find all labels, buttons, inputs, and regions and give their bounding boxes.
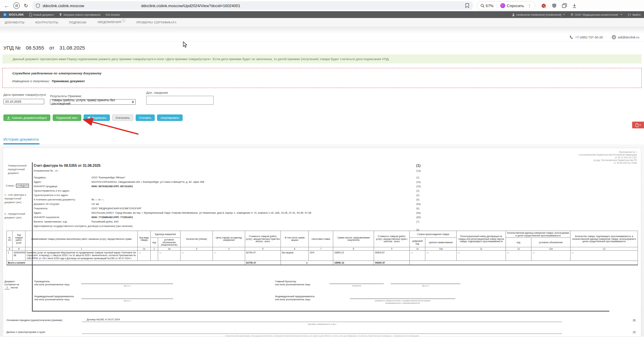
invoice-row-consignee: Грузополучатель и его адрес:(4) — [34, 193, 638, 197]
doclink-logo[interactable]: D DOCLINK — [3, 13, 24, 17]
email-icon: @ — [612, 35, 616, 39]
edi-doclink-link[interactable]: EDI.Doclink — [105, 13, 120, 16]
status-line: Статус: СЧФДОП — [6, 184, 29, 187]
invoice-row-shipment-doc: Документ об отгрузке:тот же(5а) — [34, 202, 638, 206]
contact-row: +7 (495) 737-30-20 @ edi@doclink.ru — [0, 33, 644, 42]
url-full: ddoclink.cislink.moscow/Upd2024/View?doc… — [32, 4, 349, 8]
menu-item-certificate-check[interactable]: ПРОВЕРКА СЕРТИФИКАТА — [136, 21, 176, 24]
signature-sheet-button[interactable]: Подписной лист — [53, 114, 81, 121]
line-number: (1) — [416, 163, 421, 168]
table-letters-row: АБ 11а 22а 34 56 78 910 10а11 1212а 13 — [7, 247, 638, 250]
signature-line — [391, 284, 460, 284]
tab-document-history[interactable]: История документа — [3, 137, 39, 144]
totals-label: Всего к оплате — [7, 261, 245, 265]
annul-button[interactable]: Аннулировать — [157, 114, 183, 121]
invoice-row-buyer-inn: ИНН/КПП покупателя:ИНН: 7729880483 КПП: … — [34, 215, 638, 219]
accountant-label: Главный бухгалтерили иное уполномоченное… — [275, 280, 328, 286]
transfer-basis-caption: (договор; доверенность и др.) — [82, 323, 562, 325]
signature-line — [81, 299, 173, 299]
main-menu: ДОКУМЕНТЫ КОНТРАГЕНТЫ ПОДПИСКИ УВЕДОМЛЕН… — [0, 18, 644, 27]
doc-type-label: УПД № — [3, 45, 21, 51]
invoice-row-consignor: Грузоотправитель и его адрес:(3) — [34, 189, 638, 193]
extra-info-group: Доп. сведения — [146, 91, 214, 106]
tabs-extension-icon[interactable] — [562, 3, 567, 8]
support-phone: +7 (495) 737-30-20 — [570, 35, 603, 39]
crypto-seal-extension-icon[interactable] — [541, 3, 547, 8]
doc-date: 31.08.2025 — [60, 45, 85, 51]
line-number: [8] — [633, 319, 635, 321]
acceptance-result-select[interactable]: Товары (работы, услуги, права) приняты б… — [50, 99, 136, 105]
brand-name: DOCLINK — [9, 13, 24, 16]
entrepreneur-label-right: Индивидуальный предпринимательили иное у… — [275, 295, 329, 301]
signature-line — [350, 299, 455, 299]
menu-item-subscriptions[interactable]: ПОДПИСКИ — [69, 21, 86, 24]
organization-menu[interactable]: ⚙ ООО "Медицинская косметология"▾ — [571, 13, 622, 16]
logout-button[interactable]: Выйти — [628, 13, 641, 16]
extra-info-textarea[interactable] — [146, 96, 214, 105]
notice-value: Принимаю документ — [52, 79, 85, 83]
menu-item-documents[interactable]: ДОКУМЕНТЫ — [5, 21, 24, 24]
invoice-row-seller-inn: ИНН/КПП продавца:ИНН: 6670381068 КПП: 66… — [34, 184, 638, 189]
menu-item-counterparties[interactable]: КОНТРАГЕНТЫ — [35, 21, 58, 24]
magnifier-icon — [480, 4, 485, 8]
user-menu[interactable]: medkosmet medkosmet [medkosmet]▾ — [512, 13, 564, 16]
download-docflow-button[interactable]: Скачать документооборот — [3, 114, 50, 121]
acceptance-date-group: Дата приемки товара/услуги — [3, 93, 46, 104]
download-icon[interactable] — [572, 3, 577, 8]
download-icon — [7, 116, 10, 120]
signatures-section: Документ составлен на 2 листах Руководит… — [3, 280, 641, 311]
doc-kind-note-2: 2 - передаточный документ (акт) — [4, 212, 32, 219]
zoom-level: 67% — [486, 4, 494, 8]
shield-extension-icon[interactable] — [552, 3, 557, 8]
transport-value — [82, 330, 562, 334]
table-row: 1 000000000 58 Комплекс услуг по проведе… — [7, 250, 638, 261]
support-email[interactable]: @ edi@doclink.ru — [612, 35, 639, 39]
doclink-logo-icon: D — [3, 13, 7, 17]
sign-icon — [87, 116, 90, 120]
entrepreneur-requisites-caption: (реквизиты свидетельства о государственн… — [350, 300, 455, 304]
doc-kind-note-1: 1 - счет-фактура и передаточный документ… — [4, 193, 32, 204]
document-history-panel: Приложение № 1 к постановлению Правитель… — [0, 144, 644, 337]
service-notice-box: Служебное уведомление по электронному до… — [2, 68, 642, 88]
chevron-down-icon: ▾ — [640, 124, 641, 126]
acceptance-form: Дата приемки товара/услуги Результаты Пр… — [0, 92, 644, 111]
browser-profile-icon[interactable]: Я — [13, 2, 20, 9]
doc-number: 08.5355 — [26, 45, 44, 51]
new-document-link[interactable]: Новый документ — [29, 13, 54, 16]
decline-button[interactable]: Отклонить — [112, 114, 133, 121]
appbar-right: medkosmet medkosmet [medkosmet]▾ ⚙ ООО "… — [512, 13, 641, 16]
pdf-export-button[interactable]: ▾ — [632, 122, 644, 128]
browser-menu-icon[interactable]: ⋮ — [527, 3, 531, 8]
invoice-row-seller: Продавец:ООО "Екатеринбург Яблоко"(2) — [34, 175, 638, 180]
back-icon[interactable]: ← — [4, 3, 9, 8]
clarify-button[interactable]: Уточнить — [136, 114, 155, 121]
appendix-note: Приложение № 1 к постановлению Правитель… — [578, 151, 637, 164]
menu-shadow — [0, 27, 644, 33]
info-alert: Данный документ просмотрен вами Перед по… — [2, 54, 642, 64]
fio-caption: (ф.и.о.) — [81, 285, 173, 287]
table-totals-row: Всего к оплате 82750.47 х 16550.10 99300… — [7, 261, 638, 265]
invoice-sheet: Приложение № 1 к постановлению Правитель… — [3, 148, 641, 337]
zoom-control[interactable]: 67% — [480, 4, 494, 8]
ask-button[interactable]: Спросить — [500, 3, 524, 8]
reload-icon[interactable]: ↻ — [24, 3, 28, 8]
sign-button[interactable]: Подписать — [84, 114, 110, 121]
load-certificate-link[interactable]: Загрузка нового сертификата — [59, 13, 100, 16]
menu-item-notifications[interactable]: УВЕДОМЛЕНИЯ0 — [97, 20, 125, 24]
line-number: [9] — [633, 331, 635, 333]
fio-caption: (ф.и.о.) — [81, 300, 173, 302]
entrepreneur-label: Индивидуальный предпринимательили иное у… — [34, 295, 89, 301]
fio-caption: (ф.и.о.) — [391, 285, 460, 287]
chevron-down-icon: ▾ — [563, 13, 565, 16]
browser-toolbar: ← Я ↻ ddoclink.cislink.moscow ddoclink.c… — [0, 0, 644, 11]
divider — [497, 3, 497, 8]
address-bar[interactable]: ddoclink.cislink.moscow ddoclink.cislink… — [32, 1, 473, 10]
invoice-row-seller-address: Адрес:643,РОССИЯ,620014, Свердловская об… — [34, 180, 638, 184]
acceptance-date-input[interactable] — [3, 99, 44, 104]
doc-kind-label: Универсальный передаточный документ — [8, 164, 32, 175]
notice-label: Извещение о получении: — [12, 79, 50, 83]
bookmark-icon[interactable] — [465, 3, 469, 8]
acceptance-date-label: Дата приемки товара/услуги — [3, 93, 46, 96]
certificate-icon — [59, 13, 62, 16]
transport-caption: (транспортная накладная, поручение экспе… — [82, 335, 562, 337]
